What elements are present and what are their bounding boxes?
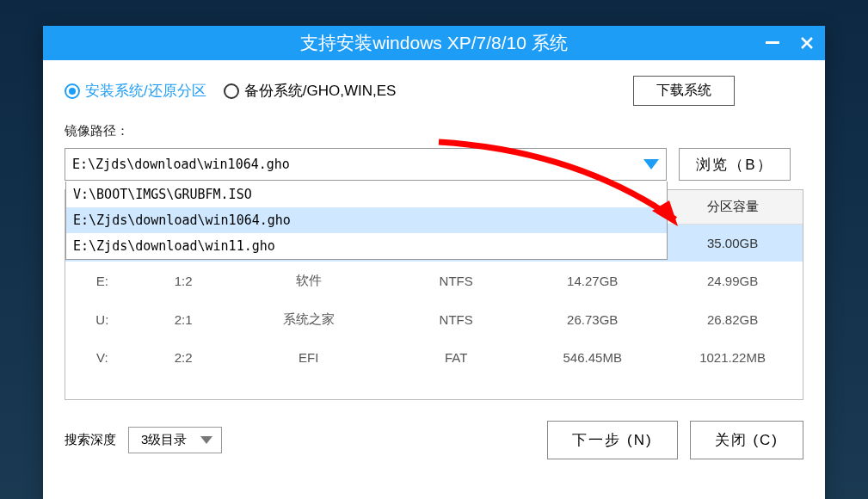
- table-cell: 1:2: [139, 262, 228, 300]
- image-path-row: E:\Zjds\download\win1064.gho V:\BOOT\IMG…: [65, 148, 803, 181]
- mode-radio-group: 安装系统/还原分区 备份系统/GHO,WIN,ES 下载系统: [65, 76, 803, 106]
- search-depth-label: 搜索深度: [65, 432, 116, 448]
- image-path-value: E:\Zjds\download\win1064.gho: [72, 157, 643, 172]
- window-title: 支持安装windows XP/7/8/10 系统: [300, 31, 567, 55]
- table-row[interactable]: U:2:1系统之家NTFS26.73GB26.82GB: [65, 300, 803, 339]
- radio-icon-unselected: [224, 83, 239, 99]
- image-path-combobox[interactable]: E:\Zjds\download\win1064.gho V:\BOOT\IMG…: [65, 148, 667, 181]
- table-cell: NTFS: [390, 262, 522, 300]
- table-cell: E:: [65, 262, 139, 300]
- table-cell: NTFS: [390, 300, 522, 339]
- table-cell: 546.45MB: [522, 339, 662, 376]
- table-cell: 26.73GB: [522, 300, 662, 339]
- table-cell: FAT: [390, 339, 522, 376]
- search-depth-select[interactable]: 3级目录: [128, 427, 222, 453]
- dropdown-option[interactable]: V:\BOOT\IMGS\GRUBFM.ISO: [66, 182, 667, 207]
- minimize-button[interactable]: [763, 34, 782, 52]
- table-cell: 1021.22MB: [662, 339, 803, 376]
- titlebar: 支持安装windows XP/7/8/10 系统: [43, 26, 825, 60]
- table-cell: 24.99GB: [662, 262, 803, 300]
- table-cell: 系统之家: [228, 300, 391, 339]
- radio-backup-label: 备份系统/GHO,WIN,ES: [244, 81, 397, 101]
- close-app-button[interactable]: 关闭 (C): [690, 421, 803, 459]
- image-path-label: 镜像路径：: [65, 123, 803, 139]
- image-path-dropdown: V:\BOOT\IMGS\GRUBFM.ISO E:\Zjds\download…: [65, 182, 668, 260]
- dropdown-option[interactable]: E:\Zjds\download\win1064.gho: [66, 207, 667, 233]
- table-header[interactable]: 分区容量: [662, 190, 803, 225]
- search-depth-value: 3级目录: [141, 432, 187, 448]
- table-row[interactable]: V:2:2EFIFAT546.45MB1021.22MB: [65, 339, 803, 376]
- radio-icon-selected: [65, 83, 80, 99]
- table-cell: 35.00GB: [662, 225, 803, 262]
- radio-backup[interactable]: 备份系统/GHO,WIN,ES: [224, 81, 397, 101]
- table-cell: 软件: [228, 262, 391, 300]
- table-cell: EFI: [228, 339, 391, 376]
- table-cell: V:: [65, 339, 139, 376]
- dropdown-arrow-icon[interactable]: [643, 159, 659, 169]
- chevron-down-icon: [200, 436, 212, 444]
- radio-install-restore[interactable]: 安装系统/还原分区: [65, 81, 206, 101]
- dropdown-option[interactable]: E:\Zjds\download\win11.gho: [66, 233, 667, 259]
- table-cell: U:: [65, 300, 139, 339]
- table-cell: 2:1: [139, 300, 228, 339]
- titlebar-controls: [763, 26, 816, 60]
- content-area: 安装系统/还原分区 备份系统/GHO,WIN,ES 下载系统 镜像路径： E:\…: [43, 60, 825, 459]
- close-button[interactable]: [797, 34, 816, 52]
- table-cell: 26.82GB: [662, 300, 803, 339]
- table-cell: 14.27GB: [522, 262, 662, 300]
- svg-rect-0: [766, 41, 779, 44]
- browse-button[interactable]: 浏览（B）: [679, 148, 791, 181]
- download-system-button[interactable]: 下载系统: [633, 76, 735, 106]
- table-cell: 2:2: [139, 339, 228, 376]
- table-row[interactable]: E:1:2软件NTFS14.27GB24.99GB: [65, 262, 803, 300]
- app-window: 支持安装windows XP/7/8/10 系统 安装系统/还原分区 备份系统/…: [43, 26, 825, 499]
- next-button[interactable]: 下一步 (N): [547, 421, 677, 459]
- bottom-toolbar: 搜索深度 3级目录 下一步 (N) 关闭 (C): [65, 421, 803, 459]
- radio-install-label: 安装系统/还原分区: [85, 81, 206, 101]
